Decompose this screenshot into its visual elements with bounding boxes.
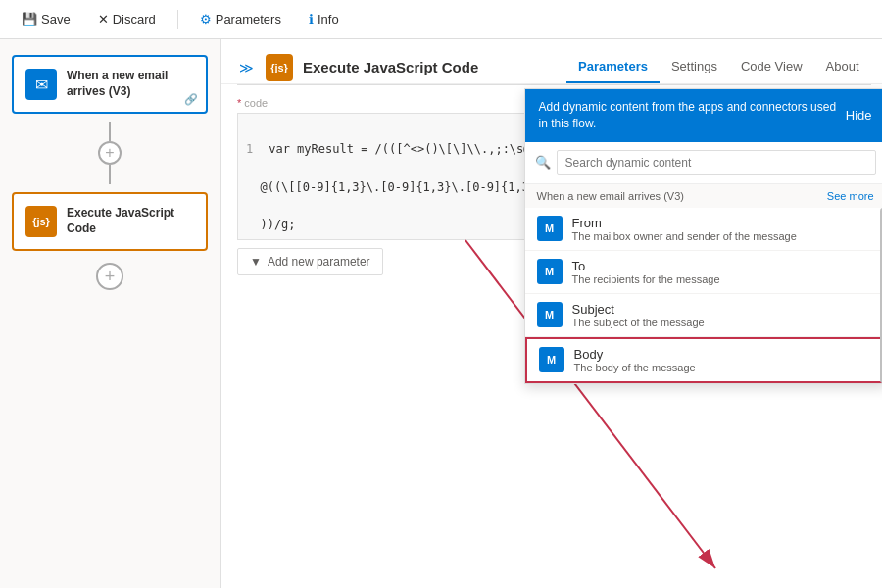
tabs: Parameters Settings Code View About <box>566 51 870 83</box>
popup-item-from-text: From The mailbox owner and sender of the… <box>572 216 797 242</box>
discard-label: Discard <box>113 12 156 26</box>
add-step-btn-2[interactable]: + <box>96 263 123 290</box>
popup-item-from[interactable]: M From The mailbox owner and sender of t… <box>525 208 882 251</box>
trigger-title: When a new email arrives (V3) <box>67 69 194 99</box>
popup-section-title: When a new email arrives (V3) <box>537 190 684 202</box>
popup-item-subject-icon: M <box>537 302 563 327</box>
save-button[interactable]: 💾 Save <box>16 8 76 30</box>
right-panel-wrapper: ≫ {js} Execute JavaScript Code Parameter… <box>220 39 882 588</box>
info-label: Info <box>318 12 339 26</box>
popup-hide-btn[interactable]: Hide <box>846 108 872 122</box>
see-more-btn[interactable]: See more <box>827 190 874 202</box>
left-panel: ✉ When a new email arrives (V3) 🔗 + {js}… <box>0 39 220 588</box>
discard-icon: ✕ <box>98 12 109 26</box>
tab-about[interactable]: About <box>814 51 871 83</box>
add-param-label: Add new parameter <box>268 255 370 269</box>
parameters-icon: ⚙ <box>200 12 212 26</box>
panel-title: Execute JavaScript Code <box>303 59 557 75</box>
dynamic-content-search-input[interactable] <box>557 150 876 175</box>
toolbar: 💾 Save ✕ Discard ⚙ Parameters ℹ Info <box>0 0 882 39</box>
discard-button[interactable]: ✕ Discard <box>92 8 162 30</box>
popup-items-list: M From The mailbox owner and sender of t… <box>525 208 882 383</box>
popup-item-to[interactable]: M To The recipients for the message <box>525 251 882 294</box>
popup-item-from-icon: M <box>537 216 563 241</box>
search-icon: 🔍 <box>535 155 551 170</box>
tab-parameters[interactable]: Parameters <box>566 51 660 83</box>
add-parameter-btn[interactable]: ▼ Add new parameter <box>237 248 383 275</box>
popup-item-body[interactable]: M Body The body of the message <box>525 337 882 383</box>
panel-header: ≫ {js} Execute JavaScript Code Parameter… <box>221 39 882 84</box>
connector-1: + <box>98 122 122 184</box>
popup-search-area: 🔍 <box>525 142 882 184</box>
trigger-node[interactable]: ✉ When a new email arrives (V3) 🔗 <box>12 55 208 114</box>
connector-line-2 <box>109 165 111 184</box>
action-node[interactable]: {js} Execute JavaScript Code <box>12 192 208 251</box>
dynamic-content-popup: Add dynamic content from the apps and co… <box>524 88 882 384</box>
required-star: * <box>237 97 241 109</box>
trigger-link: 🔗 <box>184 93 198 106</box>
info-icon: ℹ <box>309 12 314 26</box>
tab-settings[interactable]: Settings <box>660 51 729 83</box>
tab-code-view[interactable]: Code View <box>729 51 814 83</box>
expand-button[interactable]: ≫ <box>237 58 256 77</box>
popup-item-subject[interactable]: M Subject The subject of the message <box>525 294 882 337</box>
info-button[interactable]: ℹ Info <box>303 8 345 30</box>
popup-header: Add dynamic content from the apps and co… <box>525 89 882 142</box>
connector-line-1 <box>109 122 111 141</box>
save-label: Save <box>41 12 71 26</box>
save-icon: 💾 <box>22 12 37 26</box>
parameters-button[interactable]: ⚙ Parameters <box>194 8 287 30</box>
parameters-label: Parameters <box>216 12 281 26</box>
panel-title-icon: {js} <box>266 54 293 81</box>
popup-item-subject-text: Subject The subject of the message <box>572 302 705 328</box>
add-step-btn-1[interactable]: + <box>98 141 122 165</box>
popup-item-body-text: Body The body of the message <box>574 347 696 373</box>
action-icon: {js} <box>25 206 57 237</box>
add-param-icon: ▼ <box>250 255 262 269</box>
popup-item-body-icon: M <box>539 347 564 372</box>
main-layout: ✉ When a new email arrives (V3) 🔗 + {js}… <box>0 39 882 588</box>
popup-item-to-text: To The recipients for the message <box>572 259 720 285</box>
toolbar-separator <box>177 10 178 29</box>
action-title: Execute JavaScript Code <box>67 206 194 236</box>
popup-header-text: Add dynamic content from the apps and co… <box>539 99 846 132</box>
popup-item-to-icon: M <box>537 259 563 284</box>
popup-section-header: When a new email arrives (V3) See more <box>525 184 882 208</box>
trigger-icon: ✉ <box>25 69 57 100</box>
